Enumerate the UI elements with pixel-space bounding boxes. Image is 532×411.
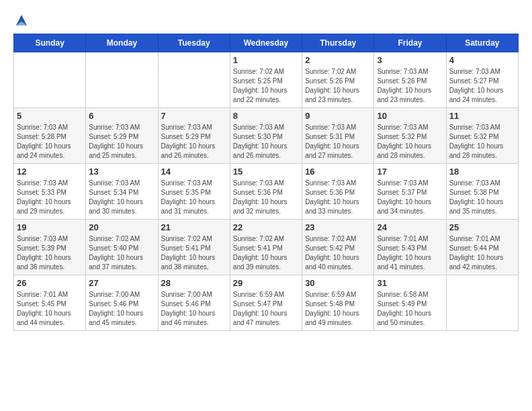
- day-cell: 6Sunrise: 7:03 AM Sunset: 5:29 PM Daylig…: [86, 108, 158, 164]
- week-row-4: 19Sunrise: 7:03 AM Sunset: 5:39 PM Dayli…: [14, 220, 519, 275]
- day-info: Sunrise: 7:03 AM Sunset: 5:34 PM Dayligh…: [89, 179, 154, 216]
- header-cell-tuesday: Tuesday: [158, 34, 230, 52]
- day-number: 13: [89, 167, 154, 177]
- day-info: Sunrise: 7:03 AM Sunset: 5:32 PM Dayligh…: [377, 123, 443, 161]
- day-number: 23: [305, 222, 371, 232]
- day-info: Sunrise: 7:02 AM Sunset: 5:41 PM Dayligh…: [161, 234, 227, 272]
- day-cell: 5Sunrise: 7:03 AM Sunset: 5:28 PM Daylig…: [14, 108, 86, 164]
- day-number: 31: [377, 278, 443, 288]
- day-number: 8: [233, 111, 299, 121]
- day-info: Sunrise: 7:00 AM Sunset: 5:46 PM Dayligh…: [161, 290, 227, 328]
- day-info: Sunrise: 7:03 AM Sunset: 5:29 PM Dayligh…: [161, 123, 227, 161]
- day-info: Sunrise: 7:03 AM Sunset: 5:36 PM Dayligh…: [233, 179, 299, 216]
- day-cell: [86, 52, 158, 108]
- day-number: 17: [377, 167, 443, 177]
- week-row-2: 5Sunrise: 7:03 AM Sunset: 5:28 PM Daylig…: [14, 108, 519, 164]
- day-cell: 24Sunrise: 7:01 AM Sunset: 5:43 PM Dayli…: [374, 220, 446, 275]
- day-cell: 4Sunrise: 7:03 AM Sunset: 5:27 PM Daylig…: [446, 52, 518, 108]
- day-number: 5: [17, 111, 83, 121]
- day-info: Sunrise: 7:03 AM Sunset: 5:35 PM Dayligh…: [161, 179, 227, 216]
- day-info: Sunrise: 7:01 AM Sunset: 5:44 PM Dayligh…: [449, 234, 515, 272]
- day-number: 10: [377, 111, 443, 121]
- day-number: 26: [17, 278, 83, 288]
- page-header: [13, 13, 519, 27]
- day-cell: 13Sunrise: 7:03 AM Sunset: 5:34 PM Dayli…: [86, 164, 158, 220]
- day-number: 21: [161, 222, 227, 232]
- day-cell: [14, 52, 86, 108]
- day-cell: 2Sunrise: 7:02 AM Sunset: 5:26 PM Daylig…: [302, 52, 374, 108]
- logo: [13, 13, 28, 27]
- day-info: Sunrise: 7:01 AM Sunset: 5:45 PM Dayligh…: [17, 290, 83, 328]
- day-info: Sunrise: 6:59 AM Sunset: 5:47 PM Dayligh…: [233, 290, 299, 328]
- day-cell: 11Sunrise: 7:03 AM Sunset: 5:32 PM Dayli…: [446, 108, 518, 164]
- day-cell: [446, 275, 518, 331]
- day-info: Sunrise: 7:03 AM Sunset: 5:28 PM Dayligh…: [17, 123, 83, 161]
- day-cell: 1Sunrise: 7:02 AM Sunset: 5:25 PM Daylig…: [230, 52, 302, 108]
- day-cell: 23Sunrise: 7:02 AM Sunset: 5:42 PM Dayli…: [302, 220, 374, 275]
- day-number: 14: [161, 167, 227, 177]
- day-cell: 7Sunrise: 7:03 AM Sunset: 5:29 PM Daylig…: [158, 108, 230, 164]
- day-cell: 16Sunrise: 7:03 AM Sunset: 5:36 PM Dayli…: [302, 164, 374, 220]
- header-cell-sunday: Sunday: [14, 34, 86, 52]
- day-cell: 18Sunrise: 7:03 AM Sunset: 5:38 PM Dayli…: [446, 164, 518, 220]
- day-number: 29: [233, 278, 299, 288]
- day-number: 6: [89, 111, 154, 121]
- header-row: SundayMondayTuesdayWednesdayThursdayFrid…: [14, 34, 519, 52]
- day-number: 27: [89, 278, 154, 288]
- day-cell: 31Sunrise: 6:58 AM Sunset: 5:49 PM Dayli…: [374, 275, 446, 331]
- day-info: Sunrise: 7:01 AM Sunset: 5:43 PM Dayligh…: [377, 234, 443, 272]
- day-number: 25: [449, 222, 515, 232]
- day-info: Sunrise: 6:59 AM Sunset: 5:48 PM Dayligh…: [305, 290, 371, 328]
- day-number: 2: [305, 55, 371, 65]
- header-cell-monday: Monday: [86, 34, 158, 52]
- day-number: 7: [161, 111, 227, 121]
- day-number: 15: [233, 167, 299, 177]
- day-cell: 12Sunrise: 7:03 AM Sunset: 5:33 PM Dayli…: [14, 164, 86, 220]
- day-number: 28: [161, 278, 227, 288]
- day-number: 1: [233, 55, 299, 65]
- day-info: Sunrise: 7:02 AM Sunset: 5:25 PM Dayligh…: [233, 67, 299, 105]
- day-cell: [158, 52, 230, 108]
- day-cell: 20Sunrise: 7:02 AM Sunset: 5:40 PM Dayli…: [86, 220, 158, 275]
- day-info: Sunrise: 7:03 AM Sunset: 5:29 PM Dayligh…: [89, 123, 154, 161]
- day-info: Sunrise: 7:03 AM Sunset: 5:33 PM Dayligh…: [17, 179, 83, 216]
- day-cell: 28Sunrise: 7:00 AM Sunset: 5:46 PM Dayli…: [158, 275, 230, 331]
- day-info: Sunrise: 7:03 AM Sunset: 5:39 PM Dayligh…: [17, 234, 83, 272]
- week-row-5: 26Sunrise: 7:01 AM Sunset: 5:45 PM Dayli…: [14, 275, 519, 331]
- day-cell: 25Sunrise: 7:01 AM Sunset: 5:44 PM Dayli…: [446, 220, 518, 275]
- header-cell-wednesday: Wednesday: [230, 34, 302, 52]
- day-cell: 27Sunrise: 7:00 AM Sunset: 5:46 PM Dayli…: [86, 275, 158, 331]
- day-cell: 3Sunrise: 7:03 AM Sunset: 5:26 PM Daylig…: [374, 52, 446, 108]
- day-info: Sunrise: 7:02 AM Sunset: 5:41 PM Dayligh…: [233, 234, 299, 272]
- header-cell-friday: Friday: [374, 34, 446, 52]
- day-number: 9: [305, 111, 371, 121]
- day-cell: 9Sunrise: 7:03 AM Sunset: 5:31 PM Daylig…: [302, 108, 374, 164]
- day-info: Sunrise: 7:03 AM Sunset: 5:36 PM Dayligh…: [305, 179, 371, 216]
- day-info: Sunrise: 7:03 AM Sunset: 5:30 PM Dayligh…: [233, 123, 299, 161]
- day-info: Sunrise: 7:03 AM Sunset: 5:26 PM Dayligh…: [377, 67, 443, 105]
- day-cell: 17Sunrise: 7:03 AM Sunset: 5:37 PM Dayli…: [374, 164, 446, 220]
- day-number: 12: [17, 167, 83, 177]
- week-row-3: 12Sunrise: 7:03 AM Sunset: 5:33 PM Dayli…: [14, 164, 519, 220]
- header-cell-thursday: Thursday: [302, 34, 374, 52]
- day-cell: 30Sunrise: 6:59 AM Sunset: 5:48 PM Dayli…: [302, 275, 374, 331]
- day-info: Sunrise: 7:03 AM Sunset: 5:37 PM Dayligh…: [377, 179, 443, 216]
- day-number: 22: [233, 222, 299, 232]
- day-number: 16: [305, 167, 371, 177]
- day-number: 11: [449, 111, 515, 121]
- logo-icon: [15, 13, 28, 27]
- day-cell: 14Sunrise: 7:03 AM Sunset: 5:35 PM Dayli…: [158, 164, 230, 220]
- day-info: Sunrise: 7:02 AM Sunset: 5:40 PM Dayligh…: [89, 234, 154, 272]
- day-number: 4: [449, 55, 515, 65]
- day-number: 30: [305, 278, 371, 288]
- day-number: 18: [449, 167, 515, 177]
- calendar-table: SundayMondayTuesdayWednesdayThursdayFrid…: [13, 34, 519, 331]
- day-cell: 22Sunrise: 7:02 AM Sunset: 5:41 PM Dayli…: [230, 220, 302, 275]
- day-info: Sunrise: 7:02 AM Sunset: 5:42 PM Dayligh…: [305, 234, 371, 272]
- day-cell: 15Sunrise: 7:03 AM Sunset: 5:36 PM Dayli…: [230, 164, 302, 220]
- day-cell: 21Sunrise: 7:02 AM Sunset: 5:41 PM Dayli…: [158, 220, 230, 275]
- day-info: Sunrise: 7:03 AM Sunset: 5:38 PM Dayligh…: [449, 179, 515, 216]
- day-number: 19: [17, 222, 83, 232]
- day-info: Sunrise: 7:00 AM Sunset: 5:46 PM Dayligh…: [89, 290, 154, 328]
- day-number: 20: [89, 222, 154, 232]
